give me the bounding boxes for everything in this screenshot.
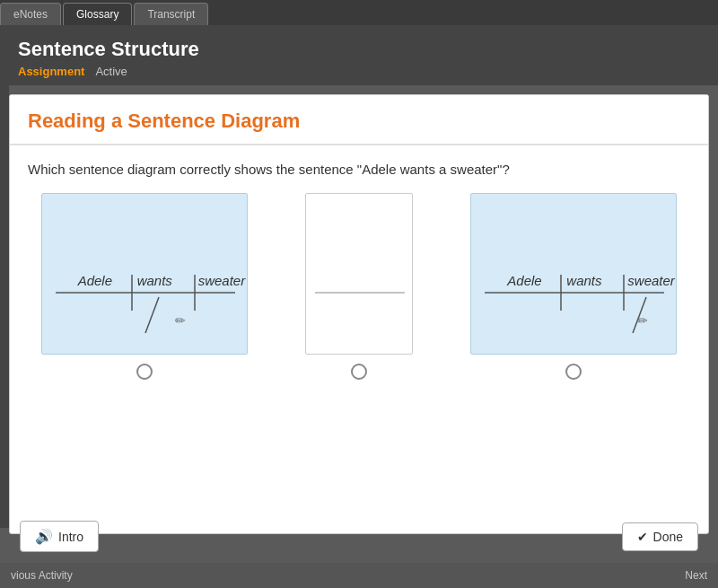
intro-button[interactable]: 🔊 Intro bbox=[20, 521, 99, 552]
word-adele-a: Adele bbox=[78, 273, 112, 288]
svg-line-3 bbox=[145, 297, 159, 333]
section-title: Reading a Sentence Diagram bbox=[10, 95, 708, 145]
word-adele-c: Adele bbox=[507, 273, 541, 288]
page-title: Sentence Structure bbox=[18, 38, 700, 61]
option-a-wrapper: Adele wants sweater ✏ bbox=[37, 193, 251, 380]
header: Sentence Structure Assignment Active bbox=[0, 25, 718, 85]
speaker-icon: 🔊 bbox=[35, 528, 53, 545]
option-b-wrapper bbox=[251, 193, 466, 380]
word-sweater-c: sweater bbox=[627, 273, 675, 288]
diagram-box-b[interactable] bbox=[305, 193, 413, 355]
radio-option-b[interactable] bbox=[351, 364, 367, 380]
diagram-box-a[interactable]: Adele wants sweater ✏ bbox=[41, 193, 248, 355]
breadcrumb: Assignment Active bbox=[18, 65, 700, 78]
checkmark-icon: ✔ bbox=[637, 530, 648, 544]
tab-enotes[interactable]: eNotes bbox=[0, 3, 61, 25]
left-sidebar-strip bbox=[0, 25, 9, 528]
diagram-box-c[interactable]: Adele wants sweater ✏ bbox=[470, 193, 677, 355]
tab-glossary[interactable]: Glossary bbox=[63, 3, 132, 25]
option-c-wrapper: Adele wants sweater ✏ bbox=[467, 193, 681, 380]
top-tab-bar: eNotes Glossary Transcript bbox=[0, 0, 718, 25]
footer-bar: vious Activity Next bbox=[0, 563, 718, 588]
next-label[interactable]: Next bbox=[685, 569, 707, 582]
options-row: Adele wants sweater ✏ bbox=[28, 193, 690, 380]
bottom-bar: 🔊 Intro ✔ Done bbox=[9, 512, 709, 561]
word-sweater-a: sweater bbox=[198, 273, 246, 288]
word-wants-a: wants bbox=[137, 273, 172, 288]
previous-activity-label[interactable]: vious Activity bbox=[11, 569, 73, 582]
done-button[interactable]: ✔ Done bbox=[622, 522, 698, 551]
pencil-icon-a: ✏ bbox=[175, 313, 186, 328]
radio-option-a[interactable] bbox=[136, 364, 153, 380]
question-area: Which sentence diagram correctly shows t… bbox=[10, 145, 708, 389]
main-content: Reading a Sentence Diagram Which sentenc… bbox=[9, 94, 709, 534]
word-wants-c: wants bbox=[566, 273, 601, 288]
radio-option-c[interactable] bbox=[565, 364, 582, 380]
pencil-icon-c: ✏ bbox=[637, 313, 648, 328]
breadcrumb-active: Active bbox=[95, 65, 127, 78]
question-text: Which sentence diagram correctly shows t… bbox=[28, 162, 690, 177]
breadcrumb-assignment[interactable]: Assignment bbox=[18, 65, 84, 78]
tab-transcript[interactable]: Transcript bbox=[134, 3, 208, 25]
